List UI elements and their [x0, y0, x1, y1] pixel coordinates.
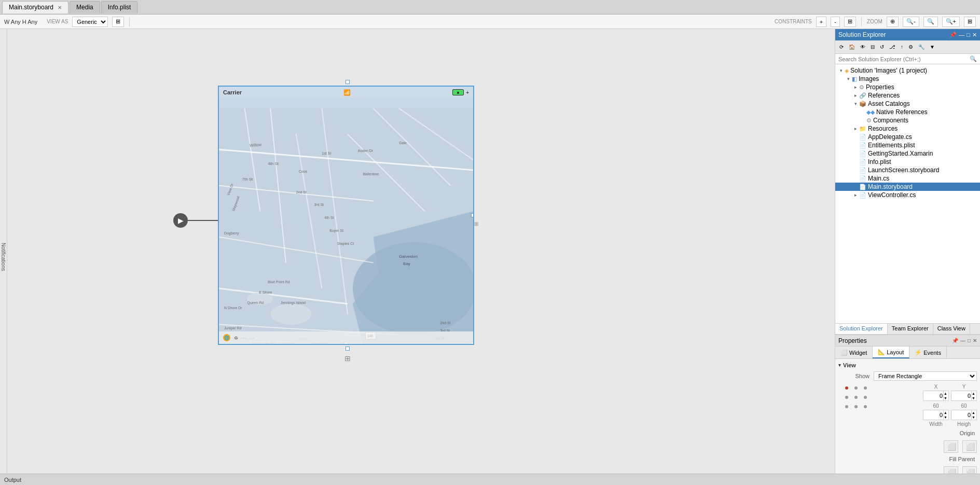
x-up[interactable]: ▲	[944, 391, 947, 396]
anchor-bottomcenter[interactable]	[854, 405, 858, 408]
expand-icon[interactable]: ▸	[852, 93, 859, 98]
anchor-middlecenter[interactable]	[854, 396, 858, 399]
se-collapse-btn[interactable]: ⊟	[868, 43, 877, 51]
se-sync-btn[interactable]: ⟳	[837, 43, 846, 51]
tree-item-images[interactable]: ▾ ◧ Images	[835, 75, 980, 83]
anchor-middleright[interactable]	[864, 396, 867, 399]
w-down[interactable]: ▼	[944, 415, 947, 420]
props-maximize-btn[interactable]: □	[968, 338, 971, 343]
tree-item-properties[interactable]: ▸ ⚙ Properties	[835, 83, 980, 91]
tree-item-main-storyboard[interactable]: 📄 Main.storyboard	[835, 183, 980, 191]
close-icon[interactable]: ✕	[58, 5, 62, 10]
tab-class-view[interactable]: Class View	[933, 324, 970, 334]
se-close-btn[interactable]: ✕	[972, 32, 977, 38]
zoom-custom-btn[interactable]: ⊞	[964, 17, 976, 27]
x-spinner[interactable]: ▲ ▼	[943, 391, 947, 400]
x-down[interactable]: ▼	[944, 396, 947, 400]
se-publish-btn[interactable]: ↑	[899, 43, 905, 51]
x-input[interactable]	[923, 392, 943, 399]
h-spinner[interactable]: ▲ ▼	[971, 410, 975, 420]
w-up[interactable]: ▲	[944, 410, 947, 415]
tree-view[interactable]: ▾ ◈ Solution 'Images' (1 project) ▾ ◧ Im…	[835, 64, 980, 323]
expand-icon[interactable]: ▾	[845, 76, 852, 81]
tree-item-launchscreen[interactable]: 📄 LaunchScreen.storyboard	[835, 166, 980, 174]
w-spinner[interactable]: ▲ ▼	[943, 410, 947, 420]
tree-item-asset-catalogs[interactable]: ▾ 📦 Asset Catalogs	[835, 100, 980, 108]
props-tab-widget[interactable]: ⬜ Widget	[835, 347, 873, 358]
notifications-panel[interactable]: Notifications	[0, 29, 7, 485]
resize-handle-right[interactable]	[471, 213, 474, 217]
canvas-area[interactable]: ▶ Carrier 📶 ■	[7, 29, 835, 485]
se-filter-btn[interactable]: ▼	[928, 43, 937, 51]
props-minimize-btn[interactable]: —	[960, 338, 965, 343]
resize-handle-bottom-mid[interactable]	[346, 347, 350, 351]
anchor-topleft[interactable]	[845, 386, 848, 390]
se-show-all-btn[interactable]: 👁	[858, 43, 867, 51]
height-input[interactable]	[951, 411, 971, 419]
anchor-topright[interactable]	[864, 386, 867, 390]
tree-item-components[interactable]: ⚙ Components	[835, 116, 980, 124]
zoom-in-btn[interactable]: 🔍+	[942, 17, 960, 27]
generic-select[interactable]: Generic	[72, 17, 108, 27]
se-git-btn[interactable]: ⎇	[887, 43, 898, 51]
se-wrench-btn[interactable]: 🔧	[916, 43, 927, 51]
props-tab-layout[interactable]: 📐 Layout	[873, 347, 909, 358]
expand-icon[interactable]: ▾	[837, 68, 845, 73]
expand-icon[interactable]: ▸	[852, 126, 859, 131]
constraint-settings-btn[interactable]: ⊞	[844, 17, 856, 27]
tree-item-native-references[interactable]: ◆◆ Native References	[835, 108, 980, 116]
fill-parent-v-btn[interactable]: ⬜	[962, 440, 977, 453]
tree-item-getting-started[interactable]: 📄 GettingStarted.Xamarin	[835, 149, 980, 158]
props-pin-btn[interactable]: 📌	[952, 338, 958, 343]
tree-item-references[interactable]: ▸ 🔗 References	[835, 91, 980, 100]
h-down[interactable]: ▼	[972, 415, 975, 420]
zoom-actual-btn[interactable]: 🔍	[923, 17, 938, 27]
se-maximize-btn[interactable]: □	[967, 32, 970, 38]
map-container[interactable]: Carrier 📶 ■ +	[218, 86, 474, 345]
anchor-bottomright[interactable]	[864, 405, 867, 408]
se-settings-btn[interactable]: ⚙	[906, 43, 915, 51]
tree-item-entitlements[interactable]: 📄 Entitlements.plist	[835, 141, 980, 149]
expand-icon[interactable]: ▾	[852, 101, 859, 106]
y-input[interactable]	[951, 392, 971, 399]
se-pin-btn[interactable]: 📌	[949, 32, 957, 38]
zoom-out-btn[interactable]: 🔍-	[903, 17, 919, 27]
tab-solution-explorer[interactable]: Solution Explorer	[835, 324, 888, 334]
props-tab-events[interactable]: ⚡ Events	[909, 347, 947, 358]
y-spinner[interactable]: ▲ ▼	[971, 391, 975, 400]
constraint-remove-btn[interactable]: -	[831, 17, 840, 27]
constraint-add-btn[interactable]: +	[816, 17, 826, 27]
grid-btn[interactable]: ⊞	[112, 17, 124, 27]
tree-item-info-plist[interactable]: 📄 Info.plist	[835, 158, 980, 166]
resize-handle-top[interactable]	[346, 80, 350, 84]
props-close-btn[interactable]: ✕	[973, 338, 977, 343]
y-up[interactable]: ▲	[972, 391, 975, 396]
tab-label: Info.plist	[108, 4, 131, 11]
tree-item-main-cs[interactable]: 📄 Main.cs	[835, 174, 980, 183]
expand-icon[interactable]: ▸	[852, 85, 859, 90]
se-minimize-btn[interactable]: —	[959, 32, 964, 38]
h-up[interactable]: ▲	[972, 410, 975, 415]
zoom-fit-btn[interactable]: ⊕	[887, 17, 899, 27]
se-properties-btn[interactable]: 🏠	[847, 43, 857, 51]
events-icon: ⚡	[915, 349, 922, 356]
anchor-bottomleft[interactable]	[845, 405, 848, 408]
show-select[interactable]: Frame Rectangle	[874, 371, 977, 381]
expand-icon[interactable]: ▸	[852, 192, 859, 198]
anchor-middleleft[interactable]	[845, 396, 848, 399]
tree-item-viewcontroller[interactable]: ▸ 📄 ViewController.cs	[835, 191, 980, 199]
tree-item-solution[interactable]: ▾ ◈ Solution 'Images' (1 project)	[835, 66, 980, 75]
tab-media[interactable]: Media	[70, 1, 100, 13]
tree-label-components: Components	[873, 117, 908, 124]
fill-parent-h-btn[interactable]: ⬜	[944, 440, 958, 453]
search-input[interactable]	[838, 56, 970, 62]
tree-item-resources[interactable]: ▸ 📁 Resources	[835, 124, 980, 133]
se-refresh-btn[interactable]: ↺	[878, 43, 886, 51]
y-down[interactable]: ▼	[972, 396, 975, 400]
tab-info-plist[interactable]: Info.plist	[101, 1, 138, 13]
tab-team-explorer[interactable]: Team Explorer	[888, 324, 933, 334]
tab-main-storyboard[interactable]: Main.storyboard ✕	[2, 1, 68, 13]
anchor-topcenter[interactable]	[854, 386, 858, 390]
tree-item-appdelegate[interactable]: 📄 AppDelegate.cs	[835, 133, 980, 141]
width-input[interactable]	[923, 411, 943, 419]
